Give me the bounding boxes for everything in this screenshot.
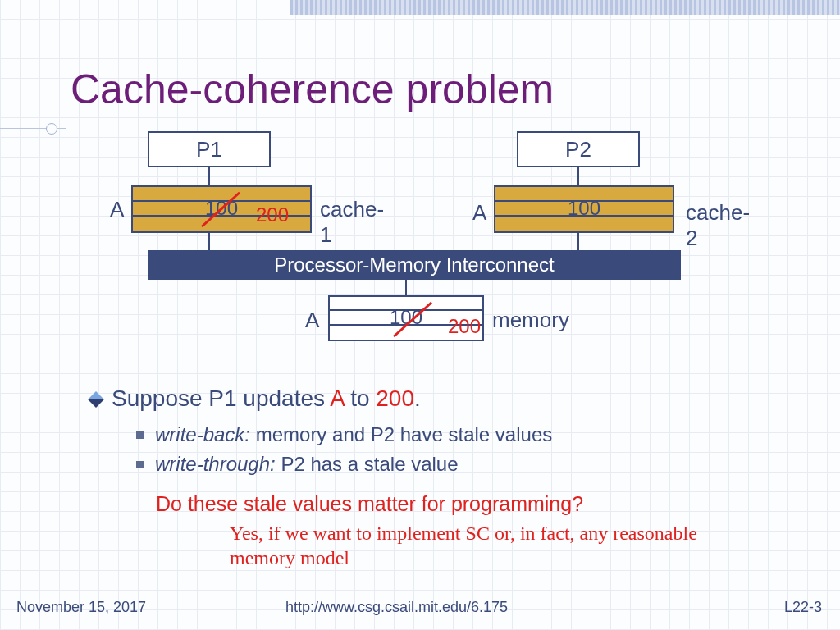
footer-date: November 15, 2017 <box>16 599 146 616</box>
question-line: Do these stale values matter for program… <box>156 492 583 516</box>
connector-p2-cache <box>578 167 579 185</box>
bullet-list: Suppose P1 updates A to 200. write-back:… <box>90 386 807 482</box>
slide-title: Cache-coherence problem <box>71 66 554 113</box>
interconnect-bar: Processor-Memory Interconnect <box>148 250 681 280</box>
connector-bus-memory <box>405 280 407 296</box>
footer-page: L22-3 <box>784 599 822 616</box>
connector-cache2-bus <box>578 233 579 250</box>
top-accent-bar <box>290 0 840 15</box>
square-bullet-icon <box>136 431 144 439</box>
processor-p1-box: P1 <box>148 131 271 167</box>
bullet-main: Suppose P1 updates A to 200. <box>90 386 807 412</box>
cache-2-box: 100 <box>494 185 674 233</box>
margin-corner-ornament <box>46 123 57 135</box>
cache-1-addr-label: A <box>110 197 124 222</box>
bullet-main-b: to <box>344 386 376 411</box>
bullet-main-newval: 200 <box>376 386 414 411</box>
connector-p1-cache <box>208 167 210 185</box>
slide-footer: November 15, 2017 http://www.csg.csail.m… <box>0 599 840 619</box>
answer-line: Yes, if we want to implement SC or, in f… <box>230 521 722 570</box>
left-margin-rule <box>66 15 66 630</box>
cache-2-value: 100 <box>568 197 600 220</box>
cache-2-addr-label: A <box>472 200 486 226</box>
connector-cache1-bus <box>208 233 210 250</box>
square-bullet-icon <box>136 461 144 468</box>
cache-2-row-mid: 100 <box>495 202 673 217</box>
memory-addr-label: A <box>305 308 319 333</box>
cache-1-label: cache-1 <box>320 197 384 248</box>
bullet-sub1-a: write-back: <box>155 423 250 445</box>
bullet-main-addr: A <box>330 386 344 411</box>
memory-label: memory <box>492 308 569 333</box>
bullet-sub-2-text: write-through: P2 has a stale value <box>155 453 459 476</box>
cache-2-label: cache-2 <box>686 200 750 251</box>
bullet-main-text: Suppose P1 updates A to 200. <box>112 386 421 412</box>
interconnect-label: Processor-Memory Interconnect <box>274 253 554 276</box>
bullet-sub2-a: write-through: <box>155 453 276 475</box>
bullet-sub-1: write-back: memory and P2 have stale val… <box>136 423 807 446</box>
diamond-bullet-icon <box>88 391 104 408</box>
cache-1-new-value: 200 <box>256 203 289 226</box>
bullet-sub2-b: P2 has a stale value <box>276 453 459 475</box>
processor-p1-label: P1 <box>196 137 222 162</box>
processor-p2-label: P2 <box>565 137 591 162</box>
bullet-sub-2: write-through: P2 has a stale value <box>136 453 807 476</box>
bullet-main-c: . <box>414 386 421 411</box>
bullet-sub-1-text: write-back: memory and P2 have stale val… <box>155 423 552 446</box>
footer-url: http://www.csg.csail.mit.edu/6.175 <box>285 599 508 616</box>
bullet-sub1-b: memory and P2 have stale values <box>250 423 552 445</box>
processor-p2-box: P2 <box>517 131 640 167</box>
memory-new-value: 200 <box>448 315 481 338</box>
bullet-main-a: Suppose P1 updates <box>112 386 330 411</box>
